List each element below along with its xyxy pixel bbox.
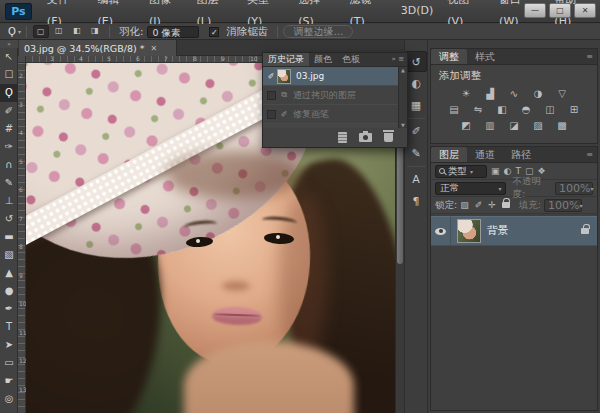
healing-brush-tool[interactable]: ∩ — [0, 156, 18, 174]
swatches-panel-icon[interactable]: ▦ — [405, 95, 427, 116]
new-snapshot-icon[interactable] — [359, 133, 372, 142]
selective-color-icon[interactable]: ▩ — [554, 119, 571, 132]
history-state-undone[interactable]: ✐ 修复画笔 — [263, 105, 407, 124]
menu-3d[interactable]: 3D(D) — [394, 0, 441, 22]
panel-collapse-and-menu-icons[interactable]: » ≡ — [392, 55, 404, 63]
lock-transparent-icon[interactable]: ▨ — [460, 200, 469, 210]
tab-channels[interactable]: 通道 — [467, 147, 503, 162]
history-brush-tool[interactable]: ↺ — [0, 210, 18, 228]
maximize-button[interactable]: □ — [549, 3, 571, 18]
history-state-current[interactable]: ✐ 03.jpg — [263, 67, 407, 86]
selection-add-button[interactable]: ◫ — [51, 25, 67, 38]
ruler-number: 9 — [19, 272, 23, 279]
lasso-tool-icon[interactable]: Ϙ — [8, 26, 16, 37]
channel-mixer-icon[interactable]: ◫ — [542, 103, 559, 116]
tab-swatches[interactable]: 色板 — [337, 53, 365, 66]
tab-paths[interactable]: 路径 — [503, 147, 539, 162]
color-balance-icon[interactable]: ⇋ — [470, 103, 487, 116]
fill-field[interactable]: 100% ▾ — [544, 199, 582, 212]
clone-stamp-tool[interactable]: ⊥ — [0, 192, 18, 210]
panel-menu-icon[interactable]: ≡ — [586, 150, 593, 159]
panel-menu-icon[interactable]: ≡ — [586, 52, 593, 61]
brightness-contrast-icon[interactable]: ☀ — [458, 87, 475, 100]
layer-filter-dropdown[interactable]: 类型 ▾ — [435, 165, 487, 178]
close-button[interactable]: ✕ — [574, 3, 596, 18]
panel-menu-icon[interactable]: ≡ — [398, 55, 404, 63]
exposure-icon[interactable]: ◑ — [530, 87, 547, 100]
brush-panel-icon[interactable]: ✐ — [405, 121, 427, 142]
type-tool[interactable]: T — [0, 318, 18, 336]
tool-preset-dropdown-icon[interactable]: ▾ — [18, 28, 21, 35]
delete-state-icon[interactable] — [384, 133, 393, 142]
visibility-cell[interactable] — [431, 216, 451, 246]
hue-saturation-icon[interactable]: ▤ — [446, 103, 463, 116]
lock-all-icon[interactable] — [502, 202, 510, 208]
posterize-icon[interactable]: ▥ — [482, 119, 499, 132]
filter-pixel-icon[interactable]: ▣ — [491, 166, 500, 176]
path-selection-tool[interactable]: ➤ — [0, 336, 18, 354]
dodge-tool[interactable]: ● — [0, 282, 18, 300]
lasso-tool[interactable]: Ϙ — [0, 84, 18, 102]
zoom-tool[interactable]: ◎ — [0, 390, 18, 408]
toolbar-collapse-icon[interactable]: » — [0, 40, 18, 48]
brush-presets-panel-icon[interactable]: ✎ — [405, 143, 427, 164]
history-state-partial — [263, 124, 407, 128]
paragraph-panel-icon[interactable]: ¶ — [405, 191, 427, 212]
color-lookup-icon[interactable]: ⊞ — [566, 103, 583, 116]
document-tab[interactable]: 03.jpg @ 34.5%(RGB/8) * ✕ — [19, 40, 177, 56]
marquee-tool[interactable]: ☐ — [0, 66, 18, 84]
layer-row-background[interactable]: 背景 — [431, 216, 597, 246]
photo-filter-icon[interactable]: ◓ — [518, 103, 535, 116]
gradient-tool[interactable]: ▧ — [0, 246, 18, 264]
move-tool[interactable]: ↖ — [0, 48, 18, 66]
rectangle-tool[interactable]: ▭ — [0, 354, 18, 372]
vibrance-icon[interactable]: ▽ — [554, 87, 571, 100]
tab-history[interactable]: 历史记录 — [263, 53, 309, 66]
eraser-tool[interactable]: ▬ — [0, 228, 18, 246]
document-close-icon[interactable]: ✕ — [150, 44, 157, 53]
scroll-down-icon[interactable]: ▼ — [401, 122, 405, 128]
tab-color[interactable]: 颜色 — [309, 53, 337, 66]
character-panel-icon[interactable]: A — [405, 169, 427, 190]
filter-adjustment-icon[interactable]: ◐ — [504, 166, 512, 176]
new-document-from-state-icon[interactable] — [338, 132, 347, 143]
lock-pixels-icon[interactable]: ✐ — [475, 200, 483, 210]
invert-icon[interactable]: ◩ — [458, 119, 475, 132]
scroll-up-icon[interactable]: ▲ — [401, 67, 405, 73]
antialias-checkbox[interactable]: ✓ — [209, 27, 219, 37]
selection-intersect-button[interactable]: ◨ — [87, 25, 103, 38]
brush-tool[interactable]: ✎ — [0, 174, 18, 192]
lock-position-icon[interactable]: ✛ — [488, 200, 496, 210]
hand-tool[interactable]: ☛ — [0, 372, 18, 390]
history-panel-icon[interactable]: ↺ — [405, 51, 427, 72]
history-brush-source-box[interactable] — [267, 91, 276, 100]
history-brush-source-box[interactable] — [267, 110, 276, 119]
feather-input[interactable]: 0 像素 — [147, 26, 199, 38]
levels-icon[interactable]: ▟ — [482, 87, 499, 100]
quick-selection-tool[interactable]: ✐ — [0, 102, 18, 120]
opacity-field[interactable]: 100% ▾ — [555, 182, 593, 195]
tab-adjustments[interactable]: 调整 — [431, 49, 467, 64]
curves-icon[interactable]: ∿ — [506, 87, 523, 100]
blur-tool[interactable]: ▲ — [0, 264, 18, 282]
history-brush-source-icon[interactable]: ✐ — [265, 72, 277, 81]
history-scrollbar[interactable]: ▲ ▼ — [398, 67, 407, 128]
eyedropper-tool[interactable]: ✑ — [0, 138, 18, 156]
refine-edge-button[interactable]: 调整边缘… — [283, 25, 353, 38]
blend-mode-dropdown[interactable]: 正常 ▾ — [435, 182, 506, 195]
crop-tool[interactable]: # — [0, 120, 18, 138]
black-white-icon[interactable]: ◧ — [494, 103, 511, 116]
collapse-icon[interactable]: » — [392, 55, 396, 63]
selection-new-button[interactable]: ▢ — [33, 25, 49, 38]
tab-layers[interactable]: 图层 — [431, 147, 467, 162]
pen-tool[interactable]: ✒ — [0, 300, 18, 318]
layer-thumbnail[interactable] — [457, 219, 481, 243]
threshold-icon[interactable]: ◪ — [506, 119, 523, 132]
history-state-undone[interactable]: ⧉ 通过拷贝的图层 — [263, 86, 407, 105]
selection-subtract-button[interactable]: ◧ — [69, 25, 85, 38]
color-panel-icon[interactable]: ◐ — [405, 73, 427, 94]
ruler-number: 7 — [164, 55, 168, 62]
minimize-button[interactable]: — — [524, 3, 546, 18]
gradient-map-icon[interactable]: ▨ — [530, 119, 547, 132]
tab-styles[interactable]: 样式 — [467, 49, 503, 64]
